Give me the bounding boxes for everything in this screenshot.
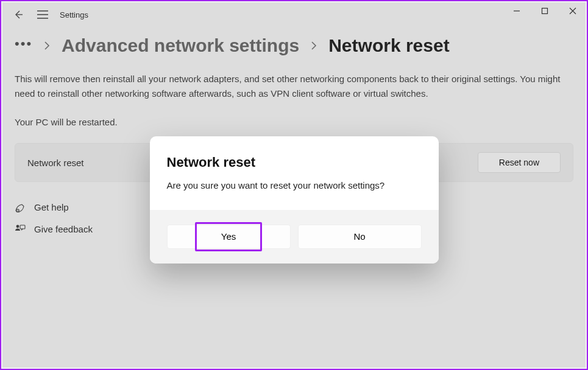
dialog-yes-button[interactable]: Yes bbox=[167, 225, 291, 249]
modal-scrim: Network reset Are you sure you want to r… bbox=[2, 2, 586, 368]
dialog-no-label: No bbox=[353, 231, 365, 242]
dialog-yes-label: Yes bbox=[221, 231, 236, 242]
confirm-dialog: Network reset Are you sure you want to r… bbox=[150, 136, 439, 264]
dialog-message: Are you sure you want to reset your netw… bbox=[167, 180, 422, 190]
dialog-title: Network reset bbox=[167, 155, 422, 170]
dialog-no-button[interactable]: No bbox=[298, 225, 422, 249]
